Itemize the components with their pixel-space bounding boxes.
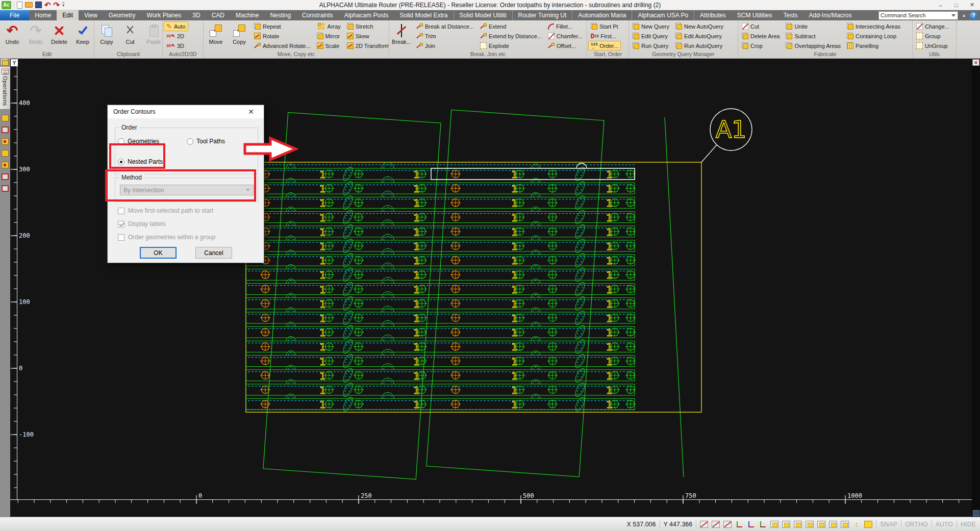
2d-transform-button[interactable]: 2D Transform [344,41,389,50]
keep-button[interactable]: Keep [71,21,94,51]
advanced-rotate-button[interactable]: Advanced Rotate... [252,41,313,50]
chevron-down-icon[interactable] [951,14,956,17]
intersecting-areas-button[interactable]: Intersecting Areas [844,21,903,31]
paste-button[interactable]: Paste [142,21,163,51]
extend-button[interactable]: Extend [478,21,544,31]
view-front-icon[interactable] [782,521,790,528]
offset-button[interactable]: Offset... [545,41,585,50]
close-document-icon[interactable]: ✕ [972,59,979,66]
tab-3d[interactable]: 3D [187,10,206,20]
z-direction-icon[interactable]: ↕ [852,521,861,528]
tab-solid-model-utiliti[interactable]: Solid Model Utiliti [454,10,512,20]
command-search-input[interactable] [879,12,949,18]
view-iso2-icon[interactable] [841,521,849,528]
delete-button[interactable]: Delete [48,21,70,51]
break-at-distance-button[interactable]: Break at Distance... [414,21,476,31]
clip-view-icon[interactable] [723,521,732,528]
checkbox-display-labels[interactable]: Display labels [118,220,166,227]
maximize-button[interactable]: □ [948,0,964,10]
repeat-button[interactable]: Repeat [252,21,313,31]
op-tree-icon[interactable] [2,127,9,133]
edit-autoquery-button[interactable]: Edit AutoQuery [673,31,726,41]
undo-button[interactable]: ↶Undo [1,21,23,51]
skew-button[interactable]: Skew [344,31,389,41]
new-query-button[interactable]: New Query [630,21,672,31]
close-icon[interactable]: ✕ [244,108,258,116]
tab-tests[interactable]: Tests [777,10,803,20]
iso-view-icon[interactable] [700,521,708,528]
stretch-button[interactable]: Stretch [344,21,389,31]
toggle-ortho[interactable]: ORTHO [905,521,928,528]
save-icon[interactable] [35,2,42,8]
cancel-button[interactable]: Cancel [195,247,232,259]
tab-attributes[interactable]: Attributes [694,10,732,20]
tab-home[interactable]: Home [29,10,57,20]
change-button[interactable]: Change... [914,21,952,31]
chamfer-button[interactable]: Chamfer... [545,31,585,41]
view-top-icon[interactable] [770,521,778,528]
unite-button[interactable]: Unite [783,21,843,31]
cut-button[interactable]: Cut [119,21,141,51]
new-autoquery-button[interactable]: New AutoQuery [673,21,726,31]
tab-work-planes[interactable]: Work Planes [141,10,187,20]
containing-loop-button[interactable]: Containing Loop [844,31,903,41]
tab-file[interactable]: File [0,10,29,20]
axis-z-icon[interactable] [747,521,755,528]
axis-uv-icon[interactable] [759,521,767,528]
tab-constraints[interactable]: Constraints [296,10,339,20]
toggle-auto[interactable]: AUTO [936,521,953,528]
operations-panel-tab[interactable]: Operations [0,67,10,110]
join-button[interactable]: Join [414,41,476,50]
drill-bank-icon[interactable] [2,150,9,157]
crop-button[interactable]: Crop [739,41,782,50]
transform-icon[interactable] [2,162,9,168]
cut-button[interactable]: Cut [739,21,782,31]
new-document-icon[interactable] [17,2,22,9]
toggle-hide[interactable]: HIDE [961,521,976,528]
start-pt-button[interactable]: Start Pt [588,21,621,31]
delete-area-button[interactable]: Delete Area [739,31,782,41]
subtract-button[interactable]: Subtract [783,31,843,41]
first-button[interactable]: 123First... [588,31,621,41]
copy-button[interactable]: Copy [228,21,250,51]
view-left-icon[interactable] [794,521,802,528]
close-button[interactable]: ✕ [964,0,980,10]
edit-query-button[interactable]: Edit Query [630,31,672,41]
fillet-button[interactable]: Fillet... [545,21,585,31]
engrave-icon[interactable] [2,138,9,145]
tab-geometry[interactable]: Geometry [103,10,141,20]
run-query-button[interactable]: Run Query [630,41,672,50]
tab-alphacam-posts[interactable]: Alphacam Posts [339,10,394,20]
axis-xyz-icon[interactable] [735,521,743,528]
checkbox-move-first-selected-path-to-start[interactable]: Move first-selected path to start [118,207,213,214]
extend-by-distance-button[interactable]: Extend by Distance... [478,31,544,41]
panelling-button[interactable]: Panelling [844,41,903,50]
datum-icon[interactable] [2,185,9,192]
pocket-icon[interactable] [2,173,9,180]
tab-cad[interactable]: CAD [206,10,230,20]
order-button[interactable]: 123→Order... [588,41,621,50]
undo-icon[interactable]: ↶ [44,2,51,9]
tab-scm-utilities[interactable]: SCM Utilities [732,10,778,20]
radio-tool-paths[interactable]: Tool Paths [187,138,225,145]
tab-automation-mana[interactable]: Automation Mana [572,10,632,20]
explode-button[interactable]: Explode [478,41,544,50]
layers-icon[interactable] [2,60,9,66]
tab-solid-model-extra[interactable]: Solid Model Extra [394,10,454,20]
tab-view[interactable]: View [79,10,103,20]
run-autoquery-button[interactable]: Run AutoQuery [673,41,726,50]
solid-model-icon[interactable] [2,115,9,121]
scroll-nub[interactable] [973,510,979,516]
view-bottom-icon[interactable] [829,521,837,528]
toggle-snap[interactable]: SNAP [880,521,897,528]
checkbox-order-geometries-within-a-group[interactable]: Order geometries within a group [118,234,215,241]
copy-button[interactable]: Copy [95,21,118,51]
overlapping-areas-button[interactable]: Overlapping Areas [783,41,843,50]
ok-button[interactable]: OK [140,247,177,259]
3d-button[interactable]: 3D✎3D [164,41,188,50]
ungroup-button[interactable]: UnGroup [914,41,952,50]
move-button[interactable]: Move [205,21,227,51]
customize-quick-access-icon[interactable]: ▾ [62,3,64,8]
group-button[interactable]: Group [914,31,952,41]
tab-add-ins-macros[interactable]: Add-Ins/Macros [803,10,857,20]
